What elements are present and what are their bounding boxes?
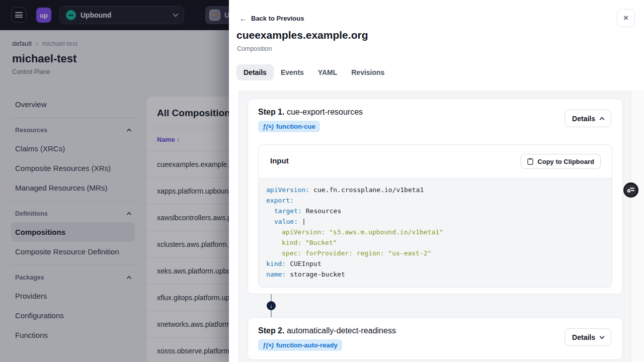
yaml-key: export: [266,197,294,204]
pipeline-arrow-icon: ↓ [267,301,276,310]
step-1-label: Step 1. [258,108,284,116]
chevron-down-icon [600,334,605,339]
yaml-string-line: spec: forProvider: region: "us-east-2" [266,248,604,258]
yaml-value: Resources [306,207,341,215]
clipboard-icon [527,158,533,165]
function-icon: ƒ(×) [263,342,274,349]
feedback-widget-button[interactable] [623,183,638,198]
function-badge-label: function-auto-ready [276,341,338,349]
yaml-value: cue.fn.crossplane.io/v1beta1 [313,186,424,194]
composition-detail-panel: ← Back to Previous × cueexamples.example… [229,0,644,362]
input-title: Input [270,156,289,165]
details-button-label: Details [572,333,595,341]
yaml-string-line: apiVersion: "s3.aws.m.upbound.io/v1beta1… [266,227,604,237]
step-1-details-button[interactable]: Details [565,110,611,127]
pipeline-steps-area: Step 1. cue-export-resources ƒ(×) functi… [238,90,630,362]
tab-yaml[interactable]: YAML [311,64,344,80]
step-2-details-button[interactable]: Details [565,328,611,346]
panel-subtitle: Composition [237,45,272,52]
down-arrow-icon: ↓ [270,303,273,309]
panel-title: cueexamples.example.org [236,29,368,41]
details-button-label: Details [572,115,595,123]
tab-details[interactable]: Details [236,64,274,80]
step-2-card: Step 2. automatically-detect-readiness ƒ… [248,317,623,360]
step-1-name: cue-export-resources [287,108,363,116]
close-icon: × [623,13,628,23]
screen: up Upbound U default › michael-test mich… [0,0,644,362]
yaml-key: kind: [266,260,286,267]
input-card: Input Copy to Clipboard apiVersion:cue.f… [258,144,612,288]
yaml-key: name: [266,270,286,278]
function-badge-label: function-cue [276,123,315,130]
yaml-value: | [302,218,306,225]
yaml-code-block[interactable]: apiVersion:cue.fn.crossplane.io/v1beta1 … [259,178,612,287]
yaml-key: apiVersion: [266,186,309,194]
yaml-key: value: [274,218,298,225]
chevron-up-icon [600,117,605,122]
back-arrow-icon: ← [239,14,247,23]
copy-button-label: Copy to Clipboard [537,158,594,165]
function-badge[interactable]: ƒ(×) function-cue [258,121,320,132]
step-2-name: automatically-detect-readiness [287,326,396,335]
yaml-string-line: kind: "Bucket" [266,237,604,248]
step-2-label: Step 2. [258,326,284,335]
panel-tabs: Details Events YAML Revisions [236,64,391,80]
tab-events[interactable]: Events [274,64,311,80]
feedback-icon [627,187,635,194]
copy-to-clipboard-button[interactable]: Copy to Clipboard [521,154,601,169]
tab-revisions[interactable]: Revisions [344,64,391,80]
yaml-key: target: [274,207,302,215]
function-icon: ƒ(×) [263,123,274,130]
input-card-header: Input Copy to Clipboard [259,145,612,178]
yaml-value: storage-bucket [290,270,345,278]
function-badge[interactable]: ƒ(×) function-auto-ready [258,339,342,351]
close-button[interactable]: × [617,9,635,27]
step-1-card: Step 1. cue-export-resources ƒ(×) functi… [248,99,623,294]
yaml-value: CUEInput [290,260,321,267]
back-to-previous-link[interactable]: ← Back to Previous [239,14,304,23]
panel-scrollbar-track[interactable] [630,90,644,362]
back-to-previous-label: Back to Previous [251,15,304,22]
